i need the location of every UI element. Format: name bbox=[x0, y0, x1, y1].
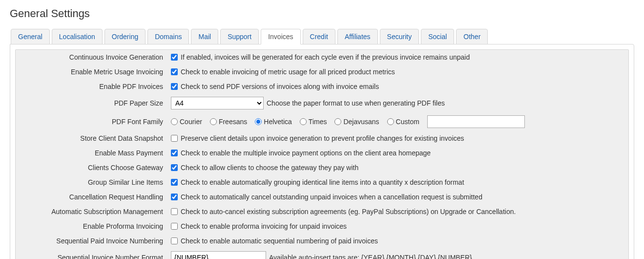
row-mass-payment: Enable Mass Payment Check to enable the … bbox=[16, 146, 628, 160]
label-font-family: PDF Font Family bbox=[16, 116, 167, 128]
desc-continuous-invoice: If enabled, invoices will be generated f… bbox=[181, 53, 470, 61]
tab-general[interactable]: General bbox=[11, 29, 50, 44]
label-cancellation: Cancellation Request Handling bbox=[16, 191, 167, 203]
label-subscription: Automatic Subscription Management bbox=[16, 206, 167, 217]
tab-mail[interactable]: Mail bbox=[191, 29, 218, 44]
row-cancellation: Cancellation Request Handling Check to a… bbox=[16, 190, 628, 204]
checkbox-proforma[interactable] bbox=[171, 223, 178, 230]
radio-group-font: Courier Freesans Helvetica Times bbox=[171, 115, 525, 128]
row-gateway: Clients Choose Gateway Check to allow cl… bbox=[16, 160, 628, 175]
desc-cancellation: Check to automatically cancel outstandin… bbox=[181, 193, 482, 201]
radio-label-custom: Custom bbox=[396, 118, 419, 126]
label-snapshot: Store Client Data Snapshot bbox=[16, 132, 167, 144]
desc-snapshot: Preserve client details upon invoice gen… bbox=[181, 134, 464, 142]
checkbox-mass-payment[interactable] bbox=[171, 150, 178, 156]
row-group-items: Group Similar Line Items Check to enable… bbox=[16, 175, 628, 190]
radio-label-freesans: Freesans bbox=[219, 118, 247, 126]
checkbox-pdf-invoices[interactable] bbox=[171, 83, 178, 90]
desc-gateway: Check to allow clients to choose the gat… bbox=[181, 164, 358, 172]
desc-pdf-invoices: Check to send PDF versions of invoices a… bbox=[181, 83, 379, 90]
desc-sequential-numbering: Check to enable automatic sequential num… bbox=[181, 237, 378, 245]
checkbox-snapshot[interactable] bbox=[171, 135, 178, 142]
row-paper-size: PDF Paper Size A4 Choose the paper forma… bbox=[16, 94, 628, 112]
settings-panel: Continuous Invoice Generation If enabled… bbox=[10, 44, 634, 259]
row-subscription: Automatic Subscription Management Check … bbox=[16, 204, 628, 219]
page-title: General Settings bbox=[10, 7, 634, 20]
label-mass-payment: Enable Mass Payment bbox=[16, 147, 167, 159]
row-number-format: Sequential Invoice Number Format Availab… bbox=[16, 248, 628, 259]
radio-label-dejavusans: Dejavusans bbox=[343, 118, 379, 126]
radio-font-courier[interactable] bbox=[171, 118, 178, 125]
label-sequential-numbering: Sequential Paid Invoice Numbering bbox=[16, 235, 167, 247]
checkbox-cancellation[interactable] bbox=[171, 194, 178, 200]
tab-affiliates[interactable]: Affiliates bbox=[337, 29, 378, 44]
checkbox-gateway[interactable] bbox=[171, 164, 178, 171]
label-paper-size: PDF Paper Size bbox=[16, 97, 167, 109]
tab-credit[interactable]: Credit bbox=[303, 29, 335, 44]
desc-mass-payment: Check to enable the multiple invoice pay… bbox=[181, 149, 431, 157]
checkbox-subscription[interactable] bbox=[171, 208, 178, 215]
label-pdf-invoices: Enable PDF Invoices bbox=[16, 81, 167, 92]
select-paper-size[interactable]: A4 bbox=[171, 97, 264, 109]
row-proforma: Enable Proforma Invoicing Check to enabl… bbox=[16, 219, 628, 234]
tab-localisation[interactable]: Localisation bbox=[52, 29, 103, 44]
desc-metric-usage: Check to enable invoicing of metric usag… bbox=[181, 68, 395, 76]
tab-support[interactable]: Support bbox=[220, 29, 259, 44]
checkbox-metric-usage[interactable] bbox=[171, 68, 178, 75]
radio-font-helvetica[interactable] bbox=[255, 118, 262, 125]
checkbox-group-items[interactable] bbox=[171, 179, 178, 186]
desc-subscription: Check to auto-cancel existing subscripti… bbox=[181, 208, 516, 216]
label-continuous-invoice: Continuous Invoice Generation bbox=[16, 51, 167, 63]
radio-font-custom[interactable] bbox=[387, 118, 394, 125]
radio-font-dejavusans[interactable] bbox=[334, 118, 341, 125]
checkbox-sequential-numbering[interactable] bbox=[171, 237, 178, 244]
row-snapshot: Store Client Data Snapshot Preserve clie… bbox=[16, 131, 628, 146]
desc-number-format: Available auto-insert tags are: {YEAR} {… bbox=[269, 254, 472, 259]
desc-paper-size: Choose the paper format to use when gene… bbox=[267, 99, 445, 107]
label-metric-usage: Enable Metric Usage Invoicing bbox=[16, 66, 167, 78]
radio-font-freesans[interactable] bbox=[210, 118, 217, 125]
radio-label-helvetica: Helvetica bbox=[264, 118, 292, 126]
radio-label-times: Times bbox=[309, 118, 327, 126]
tab-ordering[interactable]: Ordering bbox=[104, 29, 145, 44]
label-gateway: Clients Choose Gateway bbox=[16, 162, 167, 173]
tab-other[interactable]: Other bbox=[456, 29, 488, 44]
row-metric-usage: Enable Metric Usage Invoicing Check to e… bbox=[16, 65, 628, 79]
settings-table: Continuous Invoice Generation If enabled… bbox=[15, 49, 629, 259]
label-proforma: Enable Proforma Invoicing bbox=[16, 220, 167, 232]
tab-security[interactable]: Security bbox=[380, 29, 419, 44]
tabs-bar: General Localisation Ordering Domains Ma… bbox=[11, 29, 634, 44]
label-number-format: Sequential Invoice Number Format bbox=[16, 252, 167, 259]
input-number-format[interactable] bbox=[171, 251, 266, 259]
row-sequential-numbering: Sequential Paid Invoice Numbering Check … bbox=[16, 234, 628, 248]
row-pdf-invoices: Enable PDF Invoices Check to send PDF ve… bbox=[16, 79, 628, 94]
tab-domains[interactable]: Domains bbox=[147, 29, 189, 44]
checkbox-continuous-invoice[interactable] bbox=[171, 54, 178, 61]
desc-proforma: Check to enable proforma invoicing for u… bbox=[181, 222, 347, 230]
row-font-family: PDF Font Family Courier Freesans bbox=[16, 112, 628, 131]
label-group-items: Group Similar Line Items bbox=[16, 176, 167, 188]
radio-label-courier: Courier bbox=[180, 118, 202, 126]
row-continuous-invoice: Continuous Invoice Generation If enabled… bbox=[16, 50, 628, 65]
input-font-custom[interactable] bbox=[427, 115, 525, 128]
tab-invoices[interactable]: Invoices bbox=[261, 29, 300, 44]
desc-group-items: Check to enable automatically grouping i… bbox=[181, 178, 464, 186]
radio-font-times[interactable] bbox=[300, 118, 307, 125]
tab-social[interactable]: Social bbox=[421, 29, 454, 44]
